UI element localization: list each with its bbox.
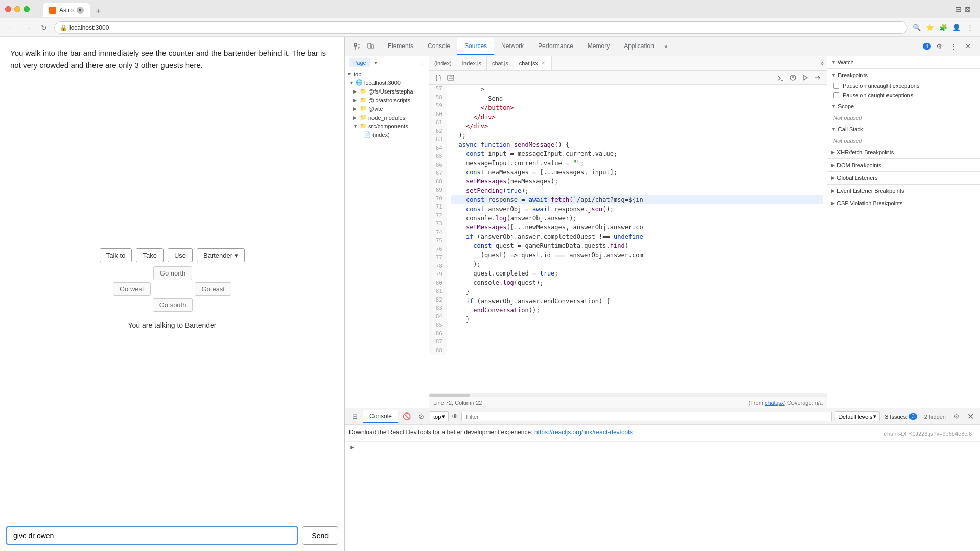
close-button[interactable] [5,6,11,12]
pause-caught-checkbox[interactable] [833,92,839,98]
game-input-field[interactable] [6,526,298,545]
pretty-print-icon[interactable]: { } [433,73,444,83]
devtools-more-icon[interactable]: ⋮ [947,40,960,53]
tab-console[interactable]: Console [421,38,457,55]
tree-item-index[interactable]: 📄 (index) [345,130,429,139]
csp-breakpoints-header[interactable]: ▶ CSP Violation Breakpoints [827,197,980,210]
tree-item-fs[interactable]: ▶ 📁 @fs/Users/stepha [345,87,429,96]
tab-network[interactable]: Network [494,38,531,55]
folder-icon: 📁 [360,123,367,129]
event-breakpoints-header[interactable]: ▶ Event Listener Breakpoints [827,185,980,197]
tree-item-top[interactable]: ▼ top [345,70,429,78]
extensions-icon[interactable]: 🧩 [938,22,948,33]
code-tab-chatjs[interactable]: chat.js [487,56,514,71]
use-button[interactable]: Use [168,248,193,262]
console-level-selector[interactable]: Default levels ▾ [835,411,880,421]
devtools-close-icon[interactable]: ✕ [962,40,974,53]
tree-item-localhost[interactable]: ▼ 🌐 localhost:3000 [345,78,429,87]
scope-header[interactable]: ▼ Scope [827,100,980,112]
forward-button[interactable]: → [21,21,34,34]
browser-tab-astro[interactable]: Astro ✕ [43,3,90,17]
character-dropdown[interactable]: Bartender ▾ [197,248,245,262]
filesystem-tab[interactable]: » [370,58,382,67]
console-settings-icon[interactable]: ⚙ [951,411,962,422]
profile-icon[interactable]: 👤 [951,22,962,33]
devtools-more-tabs[interactable]: » [661,39,671,54]
scroll-thumb[interactable] [429,394,470,397]
watch-expression-icon[interactable] [788,73,798,83]
tree-expand-icon: ▼ [347,72,352,77]
go-west-button[interactable]: Go west [113,282,151,296]
game-area: You walk into the bar and immediately se… [0,37,345,551]
tab-application[interactable]: Application [617,38,661,55]
filetree-more[interactable]: ⋮ [419,60,425,66]
global-listeners-header[interactable]: ▶ Global Listeners [827,172,980,184]
format-icon[interactable] [776,73,786,83]
console-devtools-link[interactable]: https://reactjs.org/link/react-devtools [534,429,633,436]
devtools-inspect-icon[interactable] [351,40,363,53]
pause-uncaught-checkbox[interactable] [833,83,839,89]
game-send-button[interactable]: Send [302,526,338,545]
breakpoints-header[interactable]: ▼ Breakpoints [827,69,980,81]
code-tab-close-icon[interactable]: ✕ [540,60,546,66]
code-tab-indexjs[interactable]: index.js [457,56,487,71]
tree-item-vite[interactable]: ▶ 📁 @vite [345,104,429,113]
window-zoom-icon[interactable]: ⊠ [965,5,971,13]
watch-header[interactable]: ▼ Watch [827,56,980,68]
take-button[interactable]: Take [136,248,163,262]
call-stack-header[interactable]: ▼ Call Stack [827,123,980,135]
menu-icon[interactable]: ⋮ [965,22,975,33]
tree-item-id-astro[interactable]: ▶ 📁 @id/astro:scripts [345,96,429,104]
code-tabs-more[interactable]: » [817,58,827,69]
search-icon[interactable]: 🔍 [912,22,922,33]
console-prompt[interactable]: ► [345,442,980,453]
console-context-selector[interactable]: top ▾ [430,411,449,421]
pause-caught-row[interactable]: Pause on caught exceptions [827,90,980,100]
reload-button[interactable]: ↻ [38,21,50,34]
level-arrow-icon: ▾ [873,413,876,420]
go-north-button[interactable]: Go north [153,266,193,280]
code-line-79: const quest = gameRuntimeData.quests.fin… [451,241,823,250]
go-south-button[interactable]: Go south [153,298,193,312]
window-minimize-icon[interactable]: ⊟ [955,5,962,13]
tab-elements[interactable]: Elements [381,38,421,55]
console-dock-icon[interactable]: ⊟ [349,411,360,422]
page-tab[interactable]: Page [349,58,370,67]
console-close-icon[interactable]: ✕ [965,411,976,421]
code-content[interactable]: 5758596061 6263646566 6768697071 7273747… [429,85,827,393]
tab-close-button[interactable]: ✕ [77,7,84,14]
back-button[interactable]: ← [5,21,17,34]
source-map-icon[interactable] [446,73,456,83]
console-eye-icon[interactable]: 👁 [452,412,458,420]
xhr-breakpoints-header[interactable]: ▶ XHR/fetch Breakpoints [827,146,980,158]
character-name: Bartender [203,251,232,259]
tab-memory[interactable]: Memory [580,38,617,55]
pause-uncaught-row[interactable]: Pause on uncaught exceptions [827,81,980,90]
minimize-button[interactable] [14,6,20,12]
devtools-settings-icon[interactable]: ⚙ [933,40,945,53]
new-tab-button[interactable]: + [92,5,104,17]
address-bar[interactable]: 🔒 localhost:3000 [54,21,907,34]
console-clear-icon[interactable]: 🚫 [401,411,412,422]
tree-item-node-modules[interactable]: ▶ 📁 node_modules [345,113,429,122]
source-file-link[interactable]: chat.jsx [765,400,784,406]
code-tab-chatjsx[interactable]: chat.jsx ✕ [514,56,552,71]
console-filter-input[interactable] [461,412,832,421]
go-east-button[interactable]: Go east [195,282,231,296]
tree-item-src-components[interactable]: ▼ 📁 src/components [345,122,429,130]
global-listeners-collapse-icon: ▶ [831,175,835,180]
devtools-device-icon[interactable] [364,40,377,53]
talk-to-button[interactable]: Talk to [100,248,132,262]
console-tab[interactable]: Console [363,410,398,423]
tab-sources[interactable]: Sources [457,38,494,55]
step-over-icon[interactable] [812,73,823,83]
dom-breakpoints-header[interactable]: ▶ DOM Breakpoints [827,159,980,171]
console-filter-icon[interactable]: ⊘ [415,411,427,422]
console-issues-indicator: 3 Issues: 3 [883,413,919,420]
horizontal-scrollbar[interactable] [429,393,827,397]
run-to-icon[interactable] [800,73,810,83]
maximize-button[interactable] [24,6,30,12]
tab-performance[interactable]: Performance [531,38,580,55]
code-tab-index[interactable]: (index) [429,56,457,71]
bookmark-icon[interactable]: ⭐ [925,22,935,33]
